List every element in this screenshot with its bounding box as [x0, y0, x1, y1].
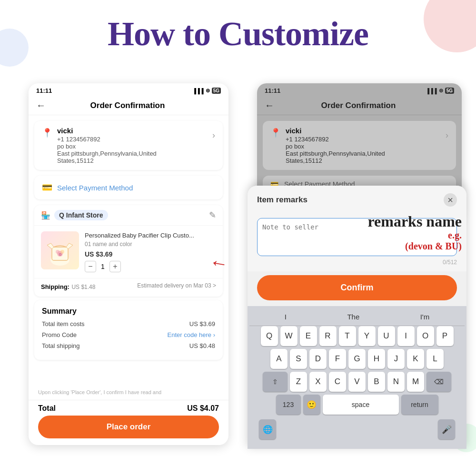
key-J[interactable]: J	[387, 349, 405, 369]
disclaimer-text: Upon clicking 'Place Order', I confirm I…	[38, 389, 219, 395]
remarks-input-wrapper: 0/512 remarks name e.g. (devon & BU)	[257, 218, 457, 266]
char-count: 0/512	[257, 259, 457, 266]
remarks-eg-example: (devon & BU)	[367, 241, 462, 252]
key-L[interactable]: L	[426, 349, 444, 369]
back-button-left[interactable]: ←	[36, 100, 46, 111]
key-N[interactable]: N	[387, 372, 405, 392]
signal-icon: ▐▐▐	[192, 88, 203, 94]
location-icon: 📍	[42, 128, 52, 138]
store-header: 🏪 Q Infant Store ✎	[34, 205, 223, 226]
key-E[interactable]: E	[300, 326, 317, 346]
key-S[interactable]: S	[290, 349, 307, 369]
key-return[interactable]: return	[401, 395, 438, 415]
key-B[interactable]: B	[368, 372, 385, 392]
status-bar-left: 11:11 ▐▐▐ ⊜ 5G	[29, 83, 228, 96]
keyboard-suggestions: I The I'm	[249, 309, 465, 326]
main-title: How to Customize	[108, 14, 368, 54]
modal-body: 0/512 remarks name e.g. (devon & BU)	[248, 212, 466, 271]
key-V[interactable]: V	[348, 372, 366, 392]
suggestion-I[interactable]: I	[281, 312, 290, 322]
keyboard-row-3: ⇧ Z X C V B N M ⌫	[249, 372, 465, 392]
key-I[interactable]: I	[397, 326, 415, 346]
key-123[interactable]: 123	[276, 395, 301, 415]
key-G[interactable]: G	[348, 349, 366, 369]
payment-icon: 💳	[42, 182, 52, 193]
key-A[interactable]: A	[270, 349, 288, 369]
bg-circle-top-left	[0, 29, 29, 67]
key-mic[interactable]: 🎤	[438, 419, 455, 439]
key-K[interactable]: K	[407, 349, 424, 369]
key-emoji[interactable]: 🙂	[303, 395, 320, 415]
address-section-left[interactable]: 📍 vicki +1 1234567892 po box East pittsb…	[34, 121, 223, 170]
modal-close-button[interactable]: ×	[444, 193, 457, 207]
address-zip: States,15112	[57, 157, 208, 164]
summary-value-1: Enter code here ›	[168, 331, 215, 338]
status-bar-right: 11:11 ▐▐▐ ⊜ 5G	[257, 83, 462, 96]
product-image: ✿	[41, 231, 79, 269]
total-value: US $4.07	[187, 404, 219, 413]
product-svg: ✿	[43, 234, 77, 267]
status-time-left: 11:11	[36, 87, 52, 94]
key-P[interactable]: P	[436, 326, 454, 346]
store-section-left: 🏪 Q Infant Store ✎	[34, 205, 223, 297]
summary-label-2: Total shipping	[42, 342, 80, 349]
key-M[interactable]: M	[407, 372, 424, 392]
product-variant: 01 name and color	[85, 241, 216, 248]
qty-increase-btn[interactable]: +	[109, 261, 121, 272]
store-name-badge[interactable]: Q Infant Store	[54, 210, 108, 220]
confirm-button[interactable]: Confirm	[257, 275, 457, 300]
remarks-eg-label: e.g.	[367, 230, 462, 241]
summary-row-0: Total item costs US $3.69	[42, 320, 215, 327]
shipping-delivery: Estimated delivery on Mar 03 >	[137, 282, 216, 289]
red-arrow: ←	[208, 251, 230, 275]
key-D[interactable]: D	[309, 349, 327, 369]
note-icon[interactable]: ✎	[209, 210, 216, 220]
key-F[interactable]: F	[329, 349, 346, 369]
summary-row-1[interactable]: Promo Code Enter code here ›	[42, 331, 215, 338]
address-name: vicki	[57, 127, 208, 135]
suggestion-The[interactable]: The	[343, 312, 363, 322]
key-C[interactable]: C	[329, 372, 346, 392]
key-globe[interactable]: 🌐	[259, 419, 276, 439]
payment-text: Select Payment Method	[57, 184, 133, 192]
address-city: East pittsburgh,Pennsylvania,United	[57, 150, 208, 157]
product-img-inner: ✿	[41, 231, 79, 269]
key-Y[interactable]: Y	[358, 326, 376, 346]
key-X[interactable]: X	[309, 372, 327, 392]
key-delete[interactable]: ⌫	[426, 372, 451, 392]
keyboard-row-4: 123 🙂 space return	[249, 395, 465, 415]
network-icon-right: 5G	[445, 88, 454, 94]
address-name-right: vicki	[286, 127, 441, 135]
address-po-right: po box	[286, 143, 441, 150]
shipping-cost: US $1.48	[71, 284, 95, 290]
summary-section: Summary Total item costs US $3.69 Promo …	[34, 300, 223, 360]
quantity-control: − 1 +	[85, 261, 216, 272]
product-name: Personalized Baby Pacifier Clip Custo...	[85, 231, 216, 240]
key-space[interactable]: space	[323, 395, 399, 415]
key-U[interactable]: U	[378, 326, 395, 346]
key-O[interactable]: O	[417, 326, 434, 346]
total-label: Total	[38, 404, 56, 413]
keyboard: I The I'm Q W E R T Y U I O P A S D F G …	[248, 306, 466, 449]
key-Q[interactable]: Q	[261, 326, 278, 346]
key-T[interactable]: T	[339, 326, 356, 346]
address-content-right: vicki +1 1234567892 po box East pittsbur…	[286, 127, 441, 164]
suggestion-Im[interactable]: I'm	[416, 312, 434, 322]
key-W[interactable]: W	[280, 326, 298, 346]
payment-section-left[interactable]: 💳 Select Payment Method	[34, 176, 223, 199]
status-icons-right: ▐▐▐ ⊜ 5G	[426, 88, 454, 94]
address-city-right: East pittsburgh,Pennsylvania,United	[286, 150, 441, 157]
back-button-right[interactable]: ←	[265, 100, 274, 111]
summary-label-1: Promo Code	[42, 331, 77, 338]
key-H[interactable]: H	[368, 349, 385, 369]
qty-decrease-btn[interactable]: −	[85, 261, 96, 272]
summary-title: Summary	[42, 307, 215, 316]
summary-value-0: US $3.69	[189, 320, 215, 327]
key-R[interactable]: R	[319, 326, 337, 346]
key-Z[interactable]: Z	[290, 372, 307, 392]
shipping-label: Shipping:	[41, 283, 69, 290]
place-order-button[interactable]: Place order	[38, 416, 219, 438]
key-shift[interactable]: ⇧	[263, 372, 288, 392]
modal-title: Item remarks	[257, 195, 307, 205]
store-icon: 🏪	[41, 211, 50, 220]
